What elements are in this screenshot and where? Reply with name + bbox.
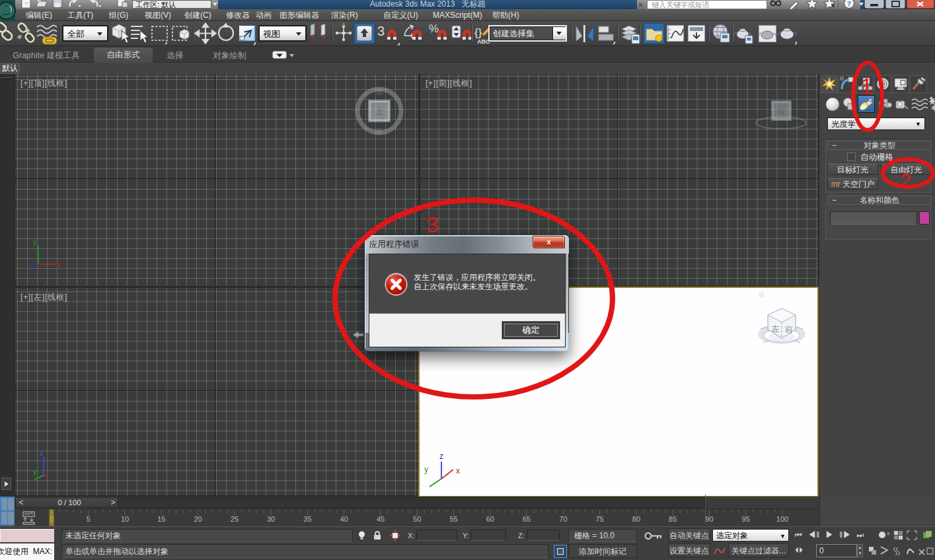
svg-text:85: 85 <box>669 515 677 523</box>
svg-text:前: 前 <box>777 107 785 116</box>
svg-text:x: x <box>456 466 460 475</box>
svg-text:20: 20 <box>194 515 202 523</box>
svg-text:ABC: ABC <box>477 38 490 45</box>
svg-text:55: 55 <box>449 515 457 523</box>
svg-text:70: 70 <box>559 515 567 523</box>
svg-text:95: 95 <box>742 515 750 523</box>
svg-text:z: z <box>40 449 44 457</box>
svg-text:前: 前 <box>785 325 793 334</box>
svg-text:左: 左 <box>771 324 780 333</box>
svg-text:视图: 视图 <box>263 29 280 39</box>
svg-text:创建选择集: 创建选择集 <box>492 29 535 38</box>
svg-text:±: ± <box>887 530 890 536</box>
svg-text:35: 35 <box>303 515 311 523</box>
svg-text:15: 15 <box>157 515 165 523</box>
svg-text:y: y <box>33 468 37 475</box>
svg-text:60: 60 <box>486 515 494 523</box>
svg-text:z: z <box>30 260 34 268</box>
svg-text:y: y <box>33 238 37 246</box>
svg-text:30: 30 <box>267 515 275 523</box>
svg-text:65: 65 <box>523 515 531 523</box>
svg-text:80: 80 <box>632 515 640 523</box>
svg-text:50: 50 <box>413 515 421 523</box>
svg-text:100: 100 <box>776 515 788 523</box>
svg-text:%: % <box>429 22 439 35</box>
svg-text:5: 5 <box>87 515 91 523</box>
svg-text:北: 北 <box>376 88 383 95</box>
svg-text:3: 3 <box>377 24 385 38</box>
svg-text:{}: {} <box>474 26 482 39</box>
svg-text:南: 南 <box>376 127 383 135</box>
svg-text:40: 40 <box>340 515 348 523</box>
svg-text:75: 75 <box>595 515 603 523</box>
svg-text:25: 25 <box>231 515 239 523</box>
svg-text:上: 上 <box>375 107 383 116</box>
svg-text:10: 10 <box>121 515 129 523</box>
svg-text:90: 90 <box>705 515 713 523</box>
svg-text:x: x <box>57 260 61 268</box>
svg-text:z: z <box>439 452 443 461</box>
svg-text:?: ? <box>847 0 851 7</box>
svg-text:y: y <box>424 465 428 474</box>
svg-text:45: 45 <box>377 515 385 523</box>
svg-text:全部: 全部 <box>67 29 85 39</box>
